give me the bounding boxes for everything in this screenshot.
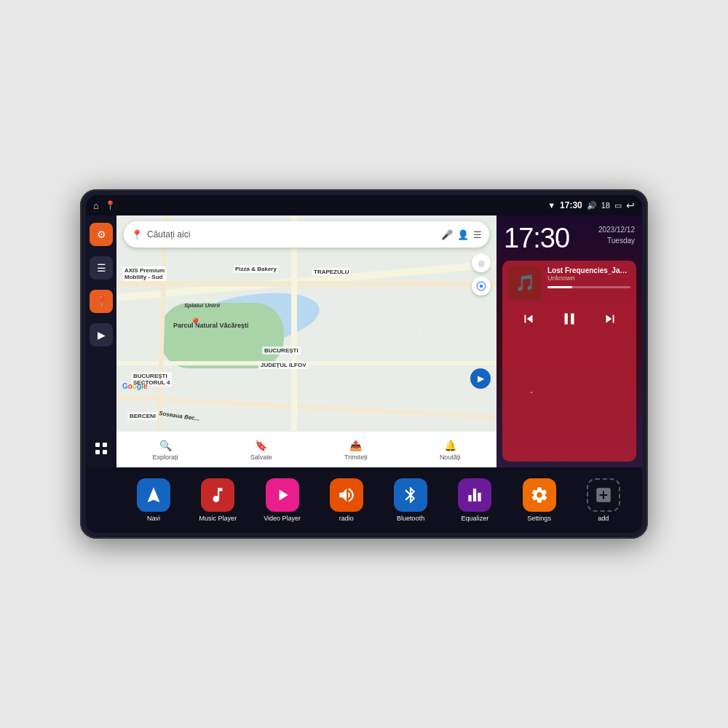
play-pause-button[interactable] xyxy=(556,306,582,332)
add-label: add xyxy=(598,515,609,522)
music-info-area: 🎵 Lost Frequencies_Janie... Unknown xyxy=(508,266,630,300)
app-radio[interactable]: radio xyxy=(315,474,378,526)
svg-rect-3 xyxy=(103,450,107,454)
back-icon[interactable]: ↩ xyxy=(626,199,635,211)
app-equalizer[interactable]: Equalizer xyxy=(443,474,506,526)
prev-button[interactable] xyxy=(515,306,542,332)
main-content: ⚙ ☰ 📍 ▶ xyxy=(86,215,642,467)
map-contribute-btn[interactable]: 📤 Trimiteți xyxy=(344,439,368,461)
svg-rect-1 xyxy=(103,443,107,447)
music-player-label: Music Player xyxy=(199,515,237,522)
day-text: Tuesday xyxy=(607,237,635,245)
contribute-label: Trimiteți xyxy=(344,454,368,461)
clock-date: 2023/12/12 Tuesday xyxy=(598,224,635,246)
map-label-trap: TRAPEZULU xyxy=(312,268,351,276)
arrow-icon: ▶ xyxy=(98,329,106,341)
music-widget: 🎵 Lost Frequencies_Janie... Unknown xyxy=(502,261,636,462)
equalizer-label: Equalizer xyxy=(462,515,489,522)
map-compass[interactable]: ◎ xyxy=(472,253,491,272)
equalizer-icon xyxy=(458,478,491,512)
folder-icon: ☰ xyxy=(97,262,106,274)
maps-icon[interactable]: 📍 xyxy=(105,200,116,210)
grid-icon xyxy=(94,441,108,456)
music-controls xyxy=(508,306,630,332)
map-label-pizza: Pizza & Bakery xyxy=(233,265,279,273)
navi-icon xyxy=(137,478,170,512)
home-icon[interactable]: ⌂ xyxy=(93,200,99,211)
google-logo: Google xyxy=(122,382,147,390)
bluetooth-icon xyxy=(394,478,427,512)
status-bar: ⌂ 📍 ▼ 17:30 🔊 18 ▭ ↩ xyxy=(86,195,642,215)
map-label-ilfov: JUDEȚUL ILFOV xyxy=(258,361,309,369)
settings-label: Settings xyxy=(527,515,551,522)
gear-icon: ⚙ xyxy=(97,229,106,240)
app-add[interactable]: add xyxy=(572,474,635,526)
map-label-splai: Splaiui Unirii xyxy=(182,301,222,309)
app-settings[interactable]: Settings xyxy=(508,474,571,526)
app-dock: Navi Music Player Video Player xyxy=(86,467,642,533)
map-label-park: Parcul Natural Văcărești xyxy=(171,321,251,330)
bluetooth-label: Bluetooth xyxy=(397,515,424,522)
sidebar: ⚙ ☰ 📍 ▶ xyxy=(86,215,116,467)
battery-level: 18 xyxy=(601,201,610,210)
map-label-berceni: BERCENI xyxy=(127,412,158,420)
sidebar-settings-btn[interactable]: ⚙ xyxy=(90,223,113,246)
signal-icon: ▼ xyxy=(547,201,555,210)
account-icon[interactable]: 👤 xyxy=(457,229,469,240)
music-progress-fill xyxy=(547,286,572,288)
add-icon xyxy=(587,478,620,512)
map-background: AXIS PremiumMobility - Sud Pizza & Baker… xyxy=(116,215,496,467)
svg-rect-0 xyxy=(95,443,100,447)
map-news-btn[interactable]: 🔔 Noutăți xyxy=(440,439,461,461)
sidebar-grid-btn[interactable] xyxy=(90,437,113,460)
music-title: Lost Frequencies_Janie... xyxy=(547,266,630,274)
svg-point-5 xyxy=(480,285,483,288)
sidebar-nav-btn[interactable]: ▶ xyxy=(90,323,113,347)
map-saved-btn[interactable]: 🔖 Salvate xyxy=(250,439,272,461)
status-time: 17:30 xyxy=(560,200,582,210)
music-artist: Unknown xyxy=(547,274,630,282)
map-area[interactable]: AXIS PremiumMobility - Sud Pizza & Baker… xyxy=(116,215,496,467)
menu-icon[interactable]: ☰ xyxy=(473,229,482,240)
sidebar-location-btn[interactable]: 📍 xyxy=(90,290,113,313)
screen: ⌂ 📍 ▼ 17:30 🔊 18 ▭ ↩ ⚙ ☰ xyxy=(86,195,642,533)
music-info: Lost Frequencies_Janie... Unknown xyxy=(547,266,630,300)
map-label-buc: BUCUREȘTI xyxy=(262,347,301,355)
music-progress-bar[interactable] xyxy=(547,286,630,288)
map-label-sos: Soseaua Bec... xyxy=(157,409,202,424)
sidebar-folder-btn[interactable]: ☰ xyxy=(90,256,113,280)
map-locate-btn[interactable] xyxy=(472,277,491,296)
clock-widget: 17:30 2023/12/12 Tuesday xyxy=(502,221,636,255)
app-music-player[interactable]: Music Player xyxy=(186,474,249,526)
next-button[interactable] xyxy=(597,306,623,332)
car-head-unit: ⌂ 📍 ▼ 17:30 🔊 18 ▭ ↩ ⚙ ☰ xyxy=(80,189,648,539)
news-label: Noutăți xyxy=(440,454,461,461)
radio-icon xyxy=(330,478,363,512)
location-icon: 📍 xyxy=(95,296,108,307)
map-location-pin: 📍 xyxy=(189,317,202,329)
mic-icon[interactable]: 🎤 xyxy=(441,229,453,240)
map-footer: 🔍 Explorați 🔖 Salvate 📤 Trimiteți � xyxy=(116,431,496,467)
app-bluetooth[interactable]: Bluetooth xyxy=(379,474,442,526)
clock-time: 17:30 xyxy=(504,224,569,252)
map-search-bar[interactable]: 📍 Căutați aici 🎤 👤 ☰ xyxy=(124,221,489,248)
map-label-axis: AXIS PremiumMobility - Sud xyxy=(122,266,167,281)
app-video-player[interactable]: Video Player xyxy=(251,474,314,526)
svg-rect-2 xyxy=(95,450,100,454)
right-panel: 17:30 2023/12/12 Tuesday 🎵 Lost Frequenc… xyxy=(496,215,642,467)
search-text: Căutați aici xyxy=(147,229,437,240)
music-player-icon xyxy=(201,478,234,512)
settings-icon xyxy=(523,478,556,512)
map-explore-btn[interactable]: 🔍 Explorați xyxy=(153,439,178,461)
maps-search-pin: 📍 xyxy=(131,229,143,240)
video-player-icon xyxy=(266,478,299,512)
album-art: 🎵 xyxy=(508,266,542,300)
nav-btn[interactable]: ▶ xyxy=(470,368,491,389)
app-navi[interactable]: Navi xyxy=(122,474,185,526)
battery-icon: ▭ xyxy=(614,201,622,210)
volume-icon: 🔊 xyxy=(587,201,597,210)
explore-label: Explorați xyxy=(153,454,178,461)
saved-label: Salvate xyxy=(250,454,272,461)
video-player-label: Video Player xyxy=(264,515,301,522)
navi-label: Navi xyxy=(147,515,160,522)
